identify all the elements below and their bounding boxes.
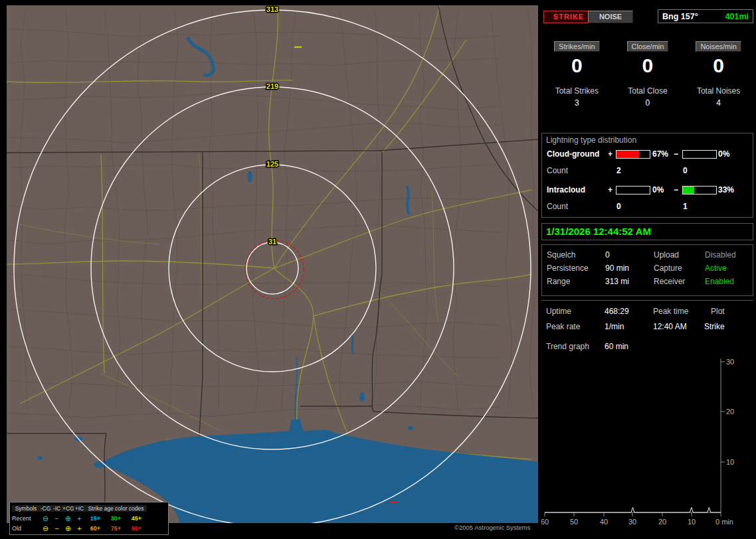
ic-count-label: Count (547, 202, 568, 211)
capture-label: Capture (654, 264, 682, 273)
symbol-neg-ic-icon: − (51, 524, 62, 533)
squelch-label: Squelch (547, 250, 575, 260)
cg-count-label: Count (547, 166, 568, 175)
distribution-box: Lightning type distribution Cloud-ground… (541, 133, 753, 218)
trend-graph-window: 60 min (605, 342, 628, 351)
status-panel: STRIKE NOISE Bng 157° 401mi Strikes/min … (541, 0, 754, 539)
symbol-neg-cg-icon: ⊖ (40, 524, 51, 533)
ic-count-plus: 0 (616, 202, 621, 211)
age-90: 90+ (126, 525, 147, 532)
cg-minus-bar (682, 150, 717, 159)
cg-plus-pct: 67% (652, 149, 668, 159)
trend-strike-series (545, 507, 721, 512)
peak-time-label: Peak time (653, 307, 688, 316)
legend-row-old-label: Old (12, 525, 40, 532)
ic-plus-bar (616, 186, 650, 194)
noises-per-min-value: 0 (683, 54, 754, 77)
total-noises-label: Total Noises (683, 86, 754, 96)
symbol-pos-ic-icon: + (74, 524, 85, 533)
intracloud-label: Intracloud (547, 185, 585, 194)
age-60: 60+ (85, 525, 106, 532)
total-strikes-value: 3 (541, 98, 613, 108)
ytick-10: 10 (726, 458, 734, 466)
clock-readout: 1/31/2026 12:44:52 AM (541, 223, 753, 240)
cg-plus-bar (616, 150, 650, 159)
xtick-30: 30 (628, 518, 636, 526)
ring-label-313: 313 (266, 5, 278, 13)
ytick-30: 30 (726, 358, 734, 366)
capture-value: Active (705, 264, 727, 273)
xtick-20: 20 (658, 518, 666, 526)
peak-time-value: 12:40 AM (653, 322, 687, 331)
trend-graph-label: Trend graph (546, 342, 589, 351)
xtick-50: 50 (570, 518, 578, 526)
close-per-min-button[interactable]: Close/min (627, 41, 669, 52)
status-box: Squelch 0 Upload Disabled Persistence 90… (541, 244, 753, 296)
strikes-per-min-value: 0 (541, 54, 613, 77)
cloud-ground-label: Cloud-ground (547, 149, 599, 159)
legend-type-pcg: +CG (62, 505, 74, 512)
noises-per-min-button[interactable]: Noises/min (696, 41, 741, 52)
peak-rate-value: 1/min (605, 322, 624, 331)
cg-minus-pct: 0% (718, 149, 729, 159)
legend-age-title: Strike age color codes (85, 505, 147, 512)
receiver-label: Receiver (654, 277, 685, 286)
total-strikes-label: Total Strikes (541, 86, 613, 96)
symbol-neg-cg-icon: ⊖ (40, 514, 51, 523)
map-area: 313 219 125 31 (7, 5, 538, 523)
uptime-value: 468:29 (605, 307, 629, 316)
legend-type-ncg: -CG (40, 505, 51, 512)
plot-value: Strike (704, 322, 725, 331)
total-close-label: Total Close (613, 86, 684, 96)
legend-type-pic: +IC (74, 505, 85, 512)
map-legend: Symbols -CG -IC +CG +IC Strike age color… (9, 502, 169, 535)
legend-symbols-header: Symbols (12, 505, 40, 512)
symbol-pos-cg-icon: ⊕ (62, 514, 74, 523)
ring-label-219: 219 (266, 82, 278, 90)
trend-axes (545, 358, 725, 516)
plot-label: Plot (711, 307, 725, 316)
plus-sign: + (608, 149, 613, 159)
uptime-label: Uptime (546, 307, 571, 316)
noise-toggle-button[interactable]: NOISE (588, 11, 633, 23)
xtick-40: 40 (600, 518, 608, 526)
xtick-0min: 0 min (715, 518, 733, 526)
bearing-value: Bng 157° (662, 12, 698, 21)
age-75: 75+ (106, 525, 126, 532)
ytick-20: 20 (726, 408, 734, 416)
bearing-range-value: 401mi (725, 12, 749, 21)
upload-label: Upload (654, 250, 679, 260)
range-label: Range (547, 277, 570, 286)
cg-count-minus: 0 (683, 166, 688, 175)
strike-toggle-button[interactable]: STRIKE (543, 11, 594, 23)
range-value: 313 mi (605, 277, 629, 286)
symbol-pos-cg-icon: ⊕ (62, 524, 74, 533)
legend-row-recent-label: Recent (12, 515, 40, 522)
xtick-60: 60 (541, 518, 549, 526)
plus-sign: + (608, 185, 613, 194)
upload-value: Disabled (705, 250, 736, 260)
strikes-per-min-button[interactable]: Strikes/min (554, 41, 599, 52)
ring-label-125: 125 (266, 160, 278, 168)
total-noises-value: 4 (683, 98, 754, 108)
copyright-text: ©2005 Astrogenic Systems (454, 524, 530, 531)
total-close-value: 0 (613, 98, 684, 108)
legend-type-nic: -IC (51, 505, 62, 512)
age-15: 15+ (85, 515, 106, 522)
ring-label-31: 31 (268, 238, 276, 246)
ic-plus-pct: 0% (652, 185, 664, 194)
persistence-value: 90 min (605, 264, 629, 273)
peak-rate-label: Peak rate (546, 322, 580, 331)
cg-count-plus: 2 (616, 166, 621, 175)
minus-sign: − (674, 149, 678, 159)
ic-minus-pct: 33% (718, 185, 734, 194)
nexstorm-window: 313 219 125 31 Symbols -CG -IC +CG +IC S… (0, 0, 756, 539)
age-30: 30+ (106, 515, 126, 522)
persistence-label: Persistence (547, 264, 589, 273)
squelch-value: 0 (605, 250, 610, 260)
ic-count-minus: 1 (683, 202, 688, 211)
symbol-pos-ic-icon: + (74, 514, 85, 523)
trend-graph: 30 20 10 60 50 40 30 20 10 0 min (541, 353, 754, 539)
bearing-readout: Bng 157° 401mi (658, 9, 753, 23)
age-45: 45+ (126, 515, 147, 522)
